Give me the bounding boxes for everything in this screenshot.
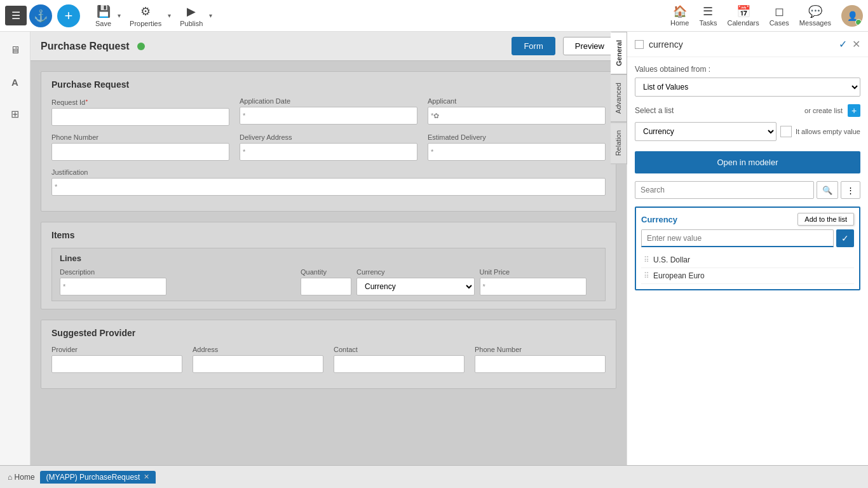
panel-tab-advanced[interactable]: Advanced [611, 74, 627, 122]
estimated-delivery-label: Estimated Delivery [428, 133, 606, 141]
add-to-list-button[interactable]: Add to the list [797, 213, 854, 226]
lines-subsection: Lines Description * Quantity [51, 248, 606, 301]
component-sidebar-icon[interactable]: ⊞ [4, 103, 26, 125]
bottom-home-link[interactable]: ⌂ Home [8, 473, 35, 482]
allows-empty-checkbox[interactable] [780, 126, 792, 137]
new-value-input[interactable] [641, 229, 834, 247]
user-avatar[interactable]: 👤 [841, 5, 863, 27]
asterisk-icon: * [243, 112, 245, 119]
list-select[interactable]: Currency Status Priority [635, 122, 776, 141]
home-bottom-icon: ⌂ [8, 473, 12, 482]
address-field: Address [193, 346, 323, 373]
application-date-input[interactable] [240, 107, 417, 125]
currency-list-title: Currency [641, 215, 677, 224]
purchase-request-section: Purchase Request Request Id Application … [41, 71, 616, 212]
messages-icon: 💬 [808, 4, 822, 18]
panel-header: currency ✓ ✕ [627, 32, 868, 57]
properties-tool-group: ⚙ Properties ▾ [125, 2, 172, 30]
form-row-2: Phone Number Delivery Address * Estimate… [51, 133, 606, 161]
values-obtained-select[interactable]: List of Values Database Custom [635, 78, 860, 97]
search-input[interactable] [635, 181, 814, 199]
unit-price-input[interactable] [480, 278, 587, 295]
desktop-sidebar-icon[interactable]: 🖥 [4, 39, 26, 61]
publish-icon: ▶ [187, 4, 196, 18]
provider-input[interactable] [51, 355, 182, 373]
logo-icon[interactable]: ⚓ [29, 4, 52, 27]
delivery-address-input[interactable] [240, 143, 417, 161]
bottom-tab-close-button[interactable]: ✕ [144, 473, 149, 481]
publish-dropdown-button[interactable]: ▾ [208, 10, 214, 22]
bottom-tab-purchase-request[interactable]: (MYAPP) PurchaseRequest ✕ [40, 471, 156, 484]
open-modeler-button[interactable]: Open in modeler [635, 151, 860, 173]
save-dropdown-button[interactable]: ▾ [116, 10, 122, 22]
applicant-field: Applicant *✿ [428, 97, 606, 126]
description-input[interactable] [60, 278, 166, 295]
panel-checkbox[interactable] [635, 40, 644, 49]
justification-input[interactable] [51, 178, 606, 196]
confirm-new-value-button[interactable]: ✓ [836, 229, 854, 247]
list-item-eur: ⠿ European Euro [641, 268, 854, 284]
values-obtained-label: Values obtained from : [635, 65, 860, 74]
address-input[interactable] [193, 355, 323, 373]
form-canvas: Purchase Request Request Id Application … [31, 61, 627, 465]
tasks-icon: ☰ [703, 4, 713, 18]
suggested-provider-title: Suggested Provider [51, 328, 606, 338]
list-item-eur-label: European Euro [653, 271, 705, 280]
contact-input[interactable] [334, 355, 465, 373]
lines-row: Description * Quantity Currency [60, 268, 597, 295]
provider-label: Provider [51, 346, 182, 353]
estimated-delivery-field: Estimated Delivery * [428, 133, 606, 161]
create-list-button[interactable]: + [848, 104, 860, 117]
items-section: Items Lines Description * Quantity [41, 222, 616, 309]
calendars-nav-item[interactable]: 📅 Calendars [728, 4, 759, 27]
provider-phone-field: Phone Number [475, 346, 606, 373]
drag-handle-eur[interactable]: ⠿ [644, 271, 649, 280]
quantity-input[interactable] [301, 278, 351, 295]
lines-title: Lines [60, 254, 597, 263]
delivery-address-label: Delivery Address [240, 133, 417, 141]
properties-button[interactable]: ⚙ Properties [125, 2, 166, 30]
phone-number-input[interactable] [51, 143, 229, 161]
currency-select[interactable]: Currency [356, 278, 475, 295]
preview-tab-button[interactable]: Preview [563, 37, 616, 55]
bottom-bar: ⌂ Home (MYAPP) PurchaseRequest ✕ [0, 465, 868, 488]
cases-nav-item[interactable]: ◻ Cases [770, 4, 789, 27]
home-icon: 🏠 [673, 4, 687, 18]
drag-handle-usd[interactable]: ⠿ [644, 255, 649, 264]
more-options-button[interactable]: ⋮ [841, 181, 860, 199]
hamburger-menu-button[interactable]: ☰ [5, 6, 27, 25]
save-button[interactable]: 💾 Save [90, 2, 116, 30]
center-content: Purchase Request Form Preview Purchase R… [31, 32, 627, 465]
search-row: 🔍 ⋮ [635, 181, 860, 199]
panel-tab-relation[interactable]: Relation [611, 122, 627, 164]
form-header-bar: Purchase Request Form Preview [31, 32, 627, 61]
phone-number-field: Phone Number [51, 133, 229, 161]
request-id-input[interactable] [51, 108, 229, 126]
list-item-usd: ⠿ U.S. Dollar [641, 252, 854, 268]
provider-phone-input[interactable] [475, 355, 606, 373]
add-new-button[interactable]: + [57, 4, 80, 27]
panel-tab-general[interactable]: General [611, 32, 627, 74]
text-sidebar-icon[interactable]: A [4, 71, 26, 93]
messages-nav-item[interactable]: 💬 Messages [799, 4, 831, 27]
form-row-3: Justification * [51, 168, 606, 196]
contact-field: Contact [334, 346, 465, 373]
address-label: Address [193, 346, 323, 353]
unit-icon: * [483, 283, 485, 290]
search-button[interactable]: 🔍 [817, 181, 838, 199]
panel-confirm-icon[interactable]: ✓ [839, 38, 847, 50]
panel-title: currency [649, 39, 834, 50]
currency-list-header: Currency Add to the list [641, 213, 854, 226]
estimated-delivery-input[interactable] [428, 143, 606, 161]
tasks-nav-item[interactable]: ☰ Tasks [699, 4, 717, 27]
properties-dropdown-button[interactable]: ▾ [166, 10, 172, 22]
applicant-label: Applicant [428, 97, 606, 105]
form-tab-button[interactable]: Form [512, 37, 555, 55]
right-panel: General Advanced Relation currency ✓ ✕ V… [627, 32, 868, 465]
home-nav-item[interactable]: 🏠 Home [670, 4, 689, 27]
justification-icon: * [55, 183, 57, 191]
panel-close-icon[interactable]: ✕ [852, 38, 860, 50]
application-date-field: Application Date * [240, 97, 417, 126]
applicant-input[interactable] [428, 107, 606, 125]
publish-button[interactable]: ▶ Publish [175, 2, 208, 30]
